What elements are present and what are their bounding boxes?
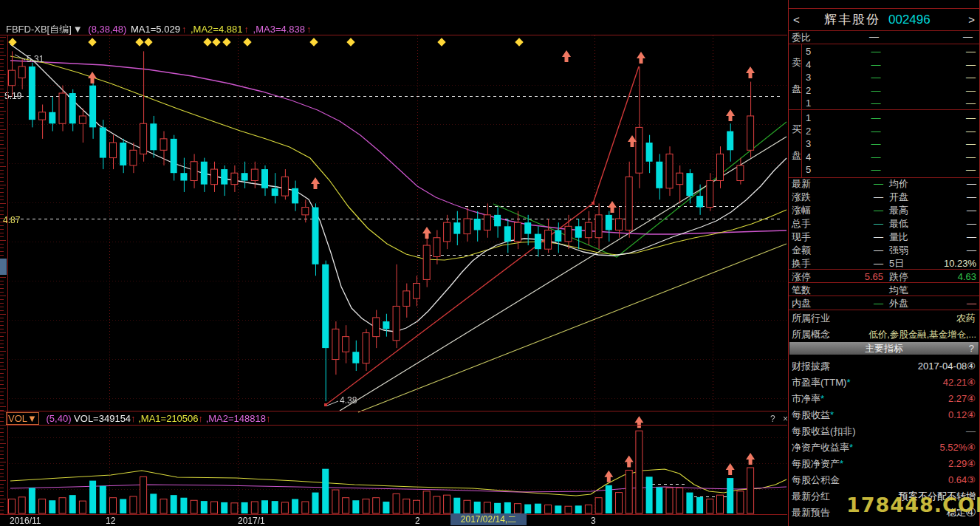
main-indicators-header[interactable]: 主要指标 ? [789,342,979,355]
quote-value: — [833,230,883,244]
quote-value: — [920,297,976,310]
stock-code: 002496 [888,9,931,30]
level-volume: — [946,45,976,58]
quote-value: — [833,204,883,217]
level-price: — [861,163,891,177]
level-number: 4 [806,151,811,164]
level-number: 1 [806,112,811,125]
divider [789,44,979,44]
indicator-label: 市净率* [792,392,824,406]
order-book-row: 1—— [802,97,976,110]
quote-label: 涨幅 [792,204,811,217]
indicator-row: 每股收益(扣非)— [789,424,979,439]
quote-label: 金额 [792,244,811,257]
quote-label: 总手 [792,217,811,230]
formula-params: (8,38,48) [88,24,126,35]
order-book-row: 3—— [802,71,976,84]
level-number: 2 [806,84,811,98]
concept-value[interactable]: 低价,参股金融,基金增仓,... [868,327,976,342]
weibi-row: 委比 — — [792,31,976,43]
indicator-value: 2017-04-08④ [918,359,976,374]
quote-panel: < 辉丰股份 002496 > 委比 — — 5——4——3——2——1——1—… [788,0,980,526]
quote-value: — [833,177,883,191]
order-book-row: 5—— [802,163,976,177]
ma2-value: ,MA2=4.881 [191,24,242,35]
ma3-value: ,MA3=4.838 [253,24,305,35]
quote-label: 最低 [889,217,908,230]
up-arrow-icon: ↑ [244,24,249,35]
order-book-row: 1—— [802,112,976,125]
indicator-value: — [966,424,976,439]
indicator-value: 2.27④ [948,392,976,406]
divider [789,269,979,270]
order-book-row: 3—— [802,137,976,151]
quote-row: 涨幅—最高— [789,204,979,217]
indicator-label: 每股净资产* [792,457,843,471]
prev-stock-button[interactable]: < [793,9,800,30]
next-stock-button[interactable]: > [968,9,975,30]
weibi-label: 委比 [792,32,811,43]
quote-value: — [920,191,976,204]
indicator-label: 最新预告 [792,505,830,520]
sell-side-label: 盘 [792,83,801,96]
left-scrollbar-thumb[interactable] [0,259,7,275]
industry-label: 所属行业 [792,311,830,326]
close-icon[interactable]: × [783,414,788,424]
help-icon[interactable]: ? [969,342,974,355]
level-number: 4 [806,58,811,72]
order-book-row: 2—— [802,125,976,138]
price-chart-canvas[interactable] [0,0,788,526]
indicator-label: 市盈率(TTM)* [792,375,850,390]
axis-label: 12 [106,516,115,526]
indicator-row: 市净率*2.27④ [789,392,979,406]
up-arrow-icon: ↑ [306,24,312,35]
quote-label: 量比 [889,230,908,244]
watermark: 178448.COM [846,493,980,516]
cursor-date-badge: 2017/02/14,二 [450,513,527,525]
stock-app-window: 股 全景 分时日线60分30分周线5分15分多分钟 ▼ + − K线 ▼指数叠加… [0,0,980,526]
level-volume: — [946,163,976,177]
order-book-row: 5—— [802,45,976,58]
quote-value: — [920,177,976,191]
level-price: — [861,112,891,125]
axis-label: 3 [591,516,596,526]
quote-label: 最新 [792,177,811,191]
weibi-value: — [869,31,879,42]
order-book-row: 4—— [802,151,976,164]
quote-row: 涨跌—开盘— [789,191,979,204]
quote-label: 内盘 [792,297,811,310]
quote-row: 内盘—外盘— [789,297,979,310]
formula-name-dropdown[interactable]: FBFD-XB[自编]▼ [6,24,84,35]
vol-value: VOL=349154 [74,413,131,424]
level-number: 3 [806,137,811,151]
concept-label: 所属概念 [792,327,830,342]
buy-side-label: 买 [792,123,801,136]
vol-pane-controls: ? × [765,414,788,424]
quote-value: — [920,217,976,230]
up-arrow-icon: ↑ [266,413,271,424]
industry-value[interactable]: 农药 [956,311,976,326]
indicator-label: 每股公积金 [792,473,840,488]
vol-ma2-value: ,MA2=148818 [206,413,266,424]
indicator-row: 每股公积金0.64③ [789,473,979,488]
indicator-label: 最新分红 [792,489,830,504]
level-price: — [861,151,891,164]
order-book-row: 2—— [802,84,976,98]
indicator-row: 每股收益*0.12④ [789,408,979,423]
divider [789,282,979,283]
quote-value: — [920,204,976,217]
level-price: — [861,125,891,138]
quote-row: 总手—最低— [789,217,979,230]
quote-label: 最高 [889,204,908,217]
indicator-value: 42.21④ [943,375,976,390]
help-icon[interactable]: ? [770,414,775,424]
quote-value: — [920,244,976,257]
indicator-value: 2.29④ [948,457,976,471]
indicator-value: 0.64③ [948,473,976,488]
divider [789,109,979,110]
vol-dropdown[interactable]: VOL▼ [6,412,39,425]
level-price: — [861,97,891,110]
divider [789,296,979,296]
quote-value: — [833,244,883,257]
level-volume: — [946,84,976,98]
